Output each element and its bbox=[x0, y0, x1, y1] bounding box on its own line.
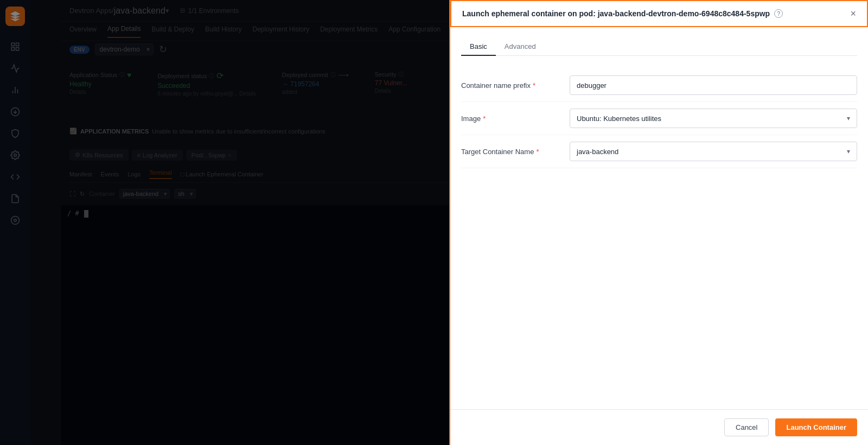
container-name-prefix-label: Container name prefix * bbox=[461, 81, 570, 90]
modal-tabs: Basic Advanced bbox=[461, 38, 857, 56]
modal-help-icon[interactable]: ? bbox=[774, 9, 783, 18]
target-container-name-row: Target Container Name * java-backend ▾ bbox=[461, 135, 857, 168]
modal-header-content: Launch ephemeral container on pod: java-… bbox=[462, 9, 783, 18]
required-star-3: * bbox=[536, 148, 539, 156]
required-star-1: * bbox=[533, 81, 535, 90]
modal-title: Launch ephemeral container on pod: java-… bbox=[462, 9, 770, 18]
ephemeral-container-modal: Launch ephemeral container on pod: java-… bbox=[449, 0, 868, 445]
container-name-prefix-input[interactable] bbox=[570, 75, 857, 95]
image-row: Image * Ubuntu: Kubernetes utilites ▾ bbox=[461, 102, 857, 135]
image-select[interactable]: Ubuntu: Kubernetes utilites ▾ bbox=[570, 109, 857, 128]
target-container-name-select[interactable]: java-backend ▾ bbox=[570, 142, 857, 161]
cancel-button[interactable]: Cancel bbox=[724, 418, 769, 436]
modal-tab-basic[interactable]: Basic bbox=[461, 38, 496, 56]
modal-close-button[interactable]: × bbox=[850, 9, 856, 18]
target-container-name-value: java-backend bbox=[577, 148, 618, 156]
modal-form: Container name prefix * Image * Ubuntu: … bbox=[461, 69, 857, 168]
image-label: Image * bbox=[461, 115, 570, 123]
modal-header: Launch ephemeral container on pod: java-… bbox=[450, 0, 868, 27]
target-container-name-label: Target Container Name * bbox=[461, 148, 570, 156]
modal-body: Basic Advanced Container name prefix * I… bbox=[450, 27, 868, 409]
modal-tab-advanced[interactable]: Advanced bbox=[496, 38, 545, 56]
modal-footer: Cancel Launch Container bbox=[450, 409, 868, 445]
target-container-arrow: ▾ bbox=[847, 148, 850, 155]
image-select-arrow: ▾ bbox=[847, 115, 850, 122]
launch-container-button[interactable]: Launch Container bbox=[775, 418, 857, 436]
required-star-2: * bbox=[483, 115, 486, 123]
image-select-value: Ubuntu: Kubernetes utilites bbox=[577, 115, 661, 123]
container-name-prefix-row: Container name prefix * bbox=[461, 69, 857, 102]
